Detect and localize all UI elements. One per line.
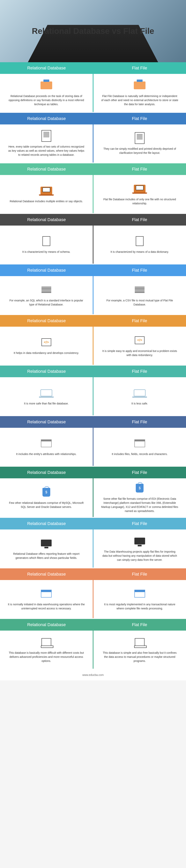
right-cell: Flat File Database is naturally self-det… <box>94 74 186 112</box>
left-header: Relational Database <box>0 416 93 428</box>
comparison-header: Relational Database Flat File <box>0 315 186 327</box>
money-icon: $ <box>38 486 54 498</box>
lines-icon <box>132 284 148 296</box>
page-icon <box>132 235 148 247</box>
left-cell: Relational Database proceeds on the task… <box>0 74 93 112</box>
right-cell: The Data Warehousing projects apply flat… <box>94 529 186 567</box>
left-header: Relational Database <box>0 568 93 580</box>
comparison-row: </> It helps in data redundancy and deve… <box>0 327 186 366</box>
comparison-header: Relational Database Flat File <box>0 214 186 225</box>
right-cell: It is less safe. <box>94 377 186 415</box>
page-icon <box>38 235 54 247</box>
money-icon: $ <box>132 482 148 494</box>
laptop-icon <box>38 185 54 196</box>
right-header: Flat File <box>93 619 186 630</box>
left-cell: This database is basically more difficul… <box>0 630 93 669</box>
comparison-row: For example, an SQL which is a standard … <box>0 276 186 315</box>
right-header: Flat File <box>93 265 186 276</box>
left-text: Relational Database includes multiple en… <box>10 199 83 204</box>
laptop-icon <box>132 183 148 194</box>
left-text: Relational Database offers reporting fea… <box>8 552 85 560</box>
laptop-open-icon <box>132 387 148 399</box>
right-text: It is characterized by means of a data d… <box>111 250 169 254</box>
comparison-header: Relational Database Flat File <box>0 467 186 478</box>
right-text: Flat File Database is naturally self-det… <box>101 94 178 106</box>
right-text: The Data Warehousing projects apply flat… <box>101 550 178 562</box>
right-text: It includes files, fields, records and c… <box>112 452 168 456</box>
comparison-row: This database is basically more difficul… <box>0 630 186 670</box>
comparison-row: Relational Database includes multiple en… <box>0 175 186 214</box>
comparison-row: It includes the entity's attributes with… <box>0 428 186 467</box>
left-text: Few other relational databases comprise … <box>8 501 85 509</box>
right-cell: They can be simply modified and printed … <box>94 124 186 162</box>
comparison-row: Here, every table comprises of two sets … <box>0 124 186 163</box>
desk-icon <box>38 80 54 91</box>
left-cell: It includes the entity's attributes with… <box>0 428 93 466</box>
lines-icon <box>38 284 54 296</box>
left-text: For example, an SQL which is a standard … <box>8 299 85 307</box>
right-cell: It includes files, fields, records and c… <box>94 428 186 466</box>
left-cell: Here, every table comprises of two sets … <box>0 124 93 162</box>
left-text: It is more safe than flat file database. <box>24 402 69 406</box>
left-cell: Relational Database includes multiple en… <box>0 175 93 213</box>
comparison-header: Relational Database Flat File <box>0 619 186 630</box>
computer-icon <box>132 636 148 648</box>
left-header: Relational Database <box>0 619 93 630</box>
page-title: Relational Database vs Flat File <box>32 26 154 36</box>
window-icon <box>132 437 148 449</box>
code-icon: </> <box>38 336 54 348</box>
left-header: Relational Database <box>0 214 93 225</box>
desk-icon <box>132 80 148 91</box>
right-cell: This database is simple and also free ba… <box>94 630 186 669</box>
right-text: They can be simply modified and printed … <box>101 147 178 155</box>
window-icon <box>38 437 54 449</box>
right-header: Flat File <box>93 518 186 529</box>
right-cell: Flat file Database includes of only one … <box>94 175 186 213</box>
comparison-row: It is more safe than flat file database.… <box>0 377 186 416</box>
left-header: Relational Database <box>0 366 93 377</box>
left-header: Relational Database <box>0 265 93 276</box>
comparison-header: Relational Database Flat File <box>0 265 186 276</box>
left-cell: It is characterized by means of schema. <box>0 225 93 264</box>
left-header: Relational Database <box>0 62 93 74</box>
right-text: It is most regularly implemented in any … <box>101 602 178 611</box>
comparison-row: $ Few other relational databases compris… <box>0 478 186 518</box>
left-text: It is characterized by means of schema. <box>22 250 70 254</box>
right-text: It is less safe. <box>131 402 148 406</box>
left-cell: $ Few other relational databases compris… <box>0 478 93 517</box>
comparison-header: Relational Database Flat File <box>0 62 186 74</box>
right-header: Flat File <box>93 113 186 124</box>
right-header: Flat File <box>93 315 186 327</box>
left-header: Relational Database <box>0 113 93 124</box>
monitor-icon <box>38 537 54 549</box>
comparison-header: Relational Database Flat File <box>0 113 186 124</box>
code-icon: </> <box>132 335 148 346</box>
right-header: Flat File <box>93 467 186 478</box>
left-text: It includes the entity's attributes with… <box>16 452 77 456</box>
left-text: Here, every table comprises of two sets … <box>8 145 85 157</box>
comparison-header: Relational Database Flat File <box>0 568 186 580</box>
comparison-header: Relational Database Flat File <box>0 416 186 428</box>
comparison-header: Relational Database Flat File <box>0 518 186 529</box>
right-text: Flat file Database includes of only one … <box>101 197 178 206</box>
left-cell: </> It helps in data redundancy and deve… <box>0 327 93 365</box>
comparison-header: Relational Database Flat File <box>0 366 186 377</box>
right-cell: For example, a CSV file is most mutual t… <box>94 276 186 314</box>
footer-url: www.educba.com <box>0 670 186 680</box>
comparison-header: Relational Database Flat File <box>0 163 186 175</box>
browser-icon <box>38 588 54 599</box>
right-cell: $ Some other flat file formats comprise … <box>94 478 186 517</box>
right-cell: </> It is simple easy to apply and econo… <box>94 327 186 365</box>
right-header: Flat File <box>93 366 186 377</box>
comparison-row: Relational Database proceeds on the task… <box>0 74 186 113</box>
left-cell: It is normally initiated in data warehou… <box>0 580 93 618</box>
browser-icon <box>132 588 148 599</box>
right-header: Flat File <box>93 568 186 580</box>
right-text: This database is simple and also free ba… <box>101 651 178 663</box>
infographic-container: Relational Database vs Flat File Relatio… <box>0 0 186 680</box>
left-cell: For example, an SQL which is a standard … <box>0 276 93 314</box>
left-cell: Relational Database offers reporting fea… <box>0 529 93 567</box>
right-header: Flat File <box>93 416 186 428</box>
right-cell: It is most regularly implemented in any … <box>94 580 186 618</box>
left-header: Relational Database <box>0 163 93 175</box>
